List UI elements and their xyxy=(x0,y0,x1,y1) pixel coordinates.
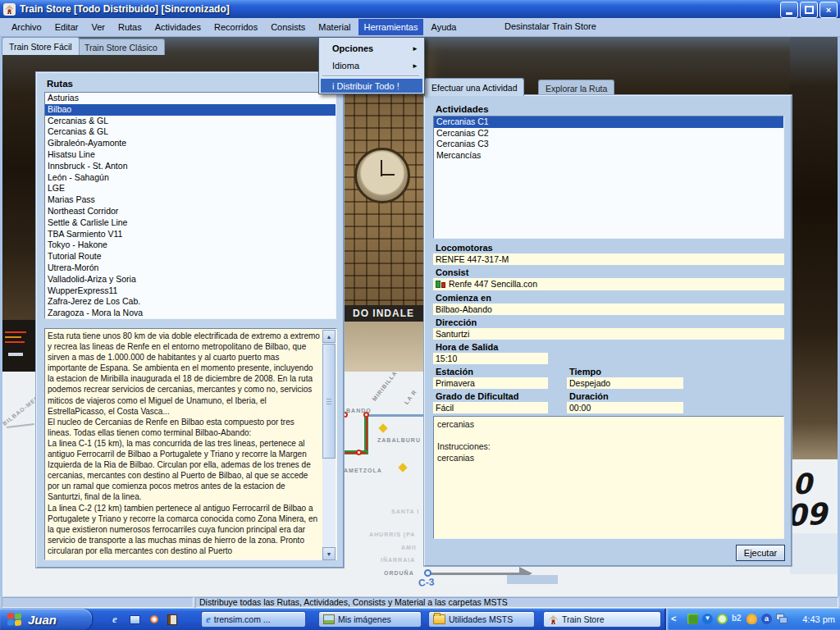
tab-train-store-clasico[interactable]: Train Store Clásico xyxy=(77,39,165,55)
list-item[interactable]: Innsbruck - St. Anton xyxy=(45,161,336,172)
taskbar-button-label: Train Store xyxy=(562,614,605,624)
menu-rutas[interactable]: Rutas xyxy=(113,19,147,35)
list-item[interactable]: LGE xyxy=(45,183,336,194)
wallpaper-number: 0 xyxy=(792,467,813,500)
b2-tray-icon[interactable]: b2 xyxy=(732,614,742,624)
list-item[interactable]: Tokyo - Hakone xyxy=(45,240,336,251)
route-description-text: Esta ruta tiene unos 80 km de via doble … xyxy=(48,331,320,557)
list-item[interactable]: Cercanias & GL xyxy=(45,126,336,138)
map-label: AHURRIS (PA xyxy=(369,532,415,537)
list-item[interactable]: Asturias xyxy=(45,93,336,104)
list-item[interactable]: WupperExpress11 xyxy=(45,285,336,297)
nvidia-tray-icon[interactable] xyxy=(687,614,698,624)
tab-efectuar-actividad[interactable]: Efectuar una Actividad xyxy=(424,78,524,96)
menu-item-label: Opciones xyxy=(332,43,373,53)
menu-ver[interactable]: Ver xyxy=(86,19,110,35)
list-item[interactable]: Utrera-Morón xyxy=(45,262,336,274)
activity-panel: Actividades Cercanias C1 Cercanias C2 Ce… xyxy=(424,95,792,566)
duracion-label: Duración xyxy=(569,391,609,401)
menu-item-opciones[interactable]: Opciones ► xyxy=(321,40,422,57)
ie-quicklaunch-icon[interactable]: e xyxy=(108,613,121,626)
scroll-up-icon[interactable]: ▲ xyxy=(322,330,336,343)
taskbar-button-mis-imagenes[interactable]: Mis imágenes xyxy=(318,611,422,628)
list-item[interactable]: Mercancías xyxy=(434,150,783,162)
list-item[interactable]: Marias Pass xyxy=(45,194,336,206)
map-marker-icon xyxy=(398,463,407,472)
list-item[interactable]: Cercanias & GL xyxy=(45,116,336,127)
menu-editar[interactable]: Editar xyxy=(50,19,84,35)
map-label: ABANDO xyxy=(341,408,372,413)
list-item[interactable]: TBA Sarmiento V11 xyxy=(45,229,336,240)
menu-ayuda[interactable]: Ayuda xyxy=(427,19,462,35)
activities-list[interactable]: Cercanias C1 Cercanias C2 Cercanias C3 M… xyxy=(433,116,784,239)
ribbon-tray-icon[interactable] xyxy=(717,614,728,624)
consist-label: Consist xyxy=(436,267,468,277)
list-item[interactable]: Northeast Corridor xyxy=(45,206,336,217)
list-item[interactable]: Zaragoza - Mora la Nova xyxy=(45,308,336,319)
scrollbar-thumb[interactable] xyxy=(322,344,336,459)
list-item[interactable]: Cercanias C3 xyxy=(434,139,783,150)
list-item[interactable]: León - Sahagún xyxy=(45,172,336,184)
activities-title: Actividades xyxy=(436,104,489,114)
status-bar: Distribuye todas las Rutas, Actividades,… xyxy=(0,596,840,609)
clock-time[interactable]: 4:43 pm xyxy=(802,614,835,624)
map-label: IÑARRAIA xyxy=(381,557,415,563)
restore-button[interactable] xyxy=(800,2,818,18)
bug-tray-icon[interactable] xyxy=(746,614,757,624)
taskbar-button-train-store[interactable]: Train Store xyxy=(543,611,661,628)
menu-item-distribuir-todo[interactable]: i Distribuir Todo ! xyxy=(321,79,422,93)
menu-herramientas[interactable]: Herramientas xyxy=(358,19,422,35)
ejecutar-button[interactable]: Ejecutar xyxy=(736,545,785,561)
list-item[interactable]: Valladolid-Ariza y Soria xyxy=(45,274,336,285)
train-store-app-icon xyxy=(3,3,16,16)
tab-explorar-ruta[interactable]: Explorar la Ruta xyxy=(538,80,614,96)
notes-icon[interactable] xyxy=(166,613,179,626)
duracion-value: 00:00 xyxy=(567,402,683,413)
screen: DO INDALE ABANDO MIRIBILLA LA R ZABALBUR… xyxy=(0,0,840,630)
map-line-left xyxy=(7,423,34,428)
window-border-left xyxy=(0,37,2,596)
list-item-selected[interactable]: Bilbao xyxy=(45,104,336,116)
network-tray-icon[interactable] xyxy=(776,614,787,624)
description-scrollbar[interactable]: ▲ ▼ xyxy=(322,330,336,560)
taskbar-button-trensim[interactable]: e trensim.com ... xyxy=(201,611,306,628)
map-label: AMETZOLA xyxy=(344,468,382,473)
scroll-down-icon[interactable]: ▼ xyxy=(322,547,336,560)
menu-desinstalar[interactable]: Desinstalar Train Store xyxy=(504,21,596,31)
avg-tray-icon[interactable]: a xyxy=(761,614,772,624)
menu-actividades[interactable]: Actividades xyxy=(150,19,206,35)
show-desktop-icon[interactable] xyxy=(128,613,141,626)
list-item[interactable]: Tutorial Route xyxy=(45,251,336,262)
system-tray: < ▼ b2 a 4:43 pm xyxy=(664,609,840,630)
list-item[interactable]: Zafra-Jerez de Los Cab. xyxy=(45,296,336,308)
menu-archivo[interactable]: Archivo xyxy=(7,19,47,35)
taskbar-button-label: trensim.com ... xyxy=(214,614,271,624)
start-button[interactable]: Juan xyxy=(0,609,92,630)
list-item[interactable]: Cercanias C2 xyxy=(434,128,783,139)
list-item[interactable]: Hisatsu Line xyxy=(45,149,336,161)
update-tray-icon[interactable]: ▼ xyxy=(702,614,713,624)
map-legend-rect xyxy=(507,575,558,584)
routes-list[interactable]: Asturias Bilbao Cercanias & GL Cercanias… xyxy=(44,92,336,319)
taskbar-button-utilidades-msts[interactable]: Utilidades MSTS xyxy=(428,611,535,628)
media-player-icon[interactable] xyxy=(148,613,161,626)
menu-material[interactable]: Material xyxy=(313,19,355,35)
map-label: ORDUÑA xyxy=(384,570,414,576)
menu-recorridos[interactable]: Recorridos xyxy=(209,19,262,35)
tray-collapse-chevron[interactable]: < xyxy=(671,614,676,623)
locomotoras-label: Locomotoras xyxy=(436,243,493,253)
close-button[interactable]: × xyxy=(819,2,838,18)
list-item-selected[interactable]: Cercanias C1 xyxy=(434,116,783,128)
map-label: MIRIBILLA xyxy=(371,370,398,402)
list-item[interactable]: Gibraleón-Ayamonte xyxy=(45,138,336,149)
minimize-button[interactable] xyxy=(780,2,798,18)
map-label: SANTA I xyxy=(391,509,419,514)
tab-train-store-facil[interactable]: Train Store Fácil xyxy=(2,37,80,55)
title-bar[interactable]: Train Store [Todo Distribuido] [Sincroni… xyxy=(0,0,840,18)
menu-item-idioma[interactable]: Idioma ► xyxy=(321,57,422,74)
map-c3-label: C-3 xyxy=(418,576,435,588)
route-description-box: Esta ruta tiene unos 80 km de via doble … xyxy=(44,328,337,560)
consist-value: Renfe 447 Sencilla.con xyxy=(449,279,537,289)
menu-consists[interactable]: Consists xyxy=(266,19,310,35)
list-item[interactable]: Settle & Carlisle Line xyxy=(45,217,336,229)
